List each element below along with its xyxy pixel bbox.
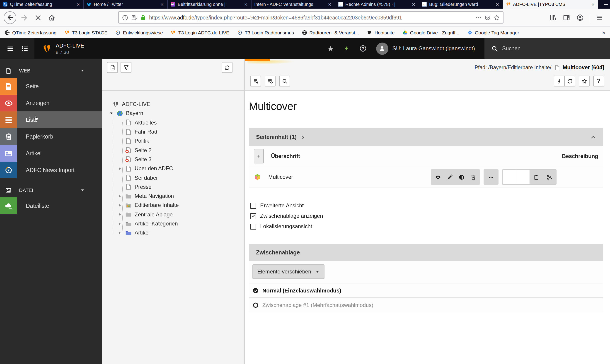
tree-node-bayern[interactable]: Bayern [102,109,244,118]
tree-caret[interactable] [117,230,123,236]
sidebar-item-adfc-news-import[interactable]: ADFC News Import [0,162,102,178]
tree-node-seite-3[interactable]: Seite 3 [102,155,244,164]
tree-caret[interactable] [117,211,123,217]
tree-node-label[interactable]: Seite 3 [135,156,152,163]
tree-caret[interactable] [117,221,123,227]
lock-icon[interactable] [140,14,146,21]
module-group-header-datei[interactable]: DATEI [0,185,102,195]
hide-toggle-button[interactable] [455,169,467,185]
tree-node-politik[interactable]: Politik [102,136,244,145]
cache-button[interactable] [554,76,565,87]
bookmark-item[interactable]: QTime Zeiterfassung [4,30,56,35]
sidebars-icon[interactable] [563,14,570,21]
browser-tab[interactable]: ADFC-LIVE [TYPO3 CMS× [503,0,598,9]
tree-node-artikel-kategorien[interactable]: Artikel-Kategorien [102,219,244,228]
record-label[interactable]: Multicover [268,174,293,180]
sidebar-item-artikel[interactable]: Artikel [0,145,102,162]
move-elements-dropdown[interactable]: Elemente verschieben [252,264,324,279]
browser-tab[interactable]: QTime Zeiterfassung× [0,0,84,9]
checkbox-lokalisierungsansicht[interactable]: Lokalisierungsansicht [250,223,603,230]
tree-node-label[interactable]: Presse [135,184,152,190]
back-button[interactable] [4,11,16,24]
add-record-button[interactable] [254,149,264,163]
copy-button[interactable] [530,170,543,184]
shortcut-button[interactable] [579,76,590,87]
tree-caret[interactable] [117,202,123,208]
tree-node-label[interactable]: Bayern [126,110,143,117]
checkbox-erweiterte-ansicht[interactable]: Erweiterte Ansicht [250,202,603,209]
csh-help-button[interactable]: ? [593,76,604,87]
tab-close-icon[interactable]: × [495,1,500,7]
site-info-icon[interactable] [122,14,128,21]
collapse-chevron-icon[interactable] [591,134,596,140]
account-icon[interactable] [576,14,584,21]
tree-caret[interactable] [117,166,123,171]
tree-node-label[interactable]: Sei dabei [135,175,157,181]
filter-button[interactable] [121,62,131,73]
tree-node-presse[interactable]: Presse [102,182,244,192]
tab-close-icon[interactable]: × [411,1,416,7]
bookmark-item[interactable]: Hootsuite [367,30,395,35]
tab-close-icon[interactable]: × [591,1,596,7]
typo3-logo-block[interactable]: ADFC-LIVE 8.7.30 [42,42,84,54]
refresh-tree-button[interactable] [222,62,232,73]
tree-node-meta-navigation[interactable]: Meta Navigation [102,192,244,201]
stop-button[interactable] [34,14,42,21]
url-text[interactable]: https://www.adfc.de/typo3/index.php?rout… [149,15,473,20]
tree-node-zentrale-ablage[interactable]: Zentrale Ablage [102,210,244,219]
menu-icon[interactable] [596,14,603,21]
bookmarks-overflow-chevron[interactable]: » [602,29,606,36]
tree-node-label[interactable]: Fahr Rad [135,129,157,135]
checkbox-zwischenablage-anzeigen[interactable]: Zwischenablage anzeigen [250,213,603,219]
more-options-button[interactable] [484,169,499,185]
checkbox-box[interactable] [250,223,256,229]
record-row[interactable]: Multicover [249,167,603,187]
pocket-icon[interactable] [485,14,491,21]
browser-tab[interactable]: YTBeitrittserklärung ohne |× [168,0,252,9]
bookmark-item[interactable]: Google Tag Manager [467,30,519,35]
tree-node-label[interactable]: Artikel-Kategorien [135,221,178,227]
tree-node-sei-dabei[interactable]: Sei dabei [102,173,244,182]
reload-button[interactable] [564,76,575,87]
tree-node-fahr-rad[interactable]: Fahr Rad [102,127,244,136]
sidebar-item-dateiliste[interactable]: Dateiliste [0,197,102,214]
browser-tab[interactable]: Intern - ADFC Veranstaltungs× [252,0,335,9]
clear-cache-bolt-icon[interactable] [343,45,350,52]
browser-tab[interactable]: αBug: Gliederungen werd× [419,0,503,9]
browser-tab[interactable]: αRechte Admins (#578) · |× [335,0,419,9]
show-records-button[interactable] [265,76,275,87]
bookmark-item[interactable]: T3 Login STAGE [64,30,108,35]
forward-button[interactable] [21,14,28,21]
home-button[interactable] [48,14,55,21]
url-bar[interactable]: https://www.adfc.de/typo3/index.php?rout… [118,11,503,24]
clipboard-mode-option[interactable]: Zwischenablage #1 (Mehrfachauswahlmodus) [249,298,603,312]
browser-tab[interactable]: Home / Twitter× [84,0,168,9]
checkbox-box[interactable] [250,203,256,208]
view-button[interactable] [432,169,444,185]
bookmark-item[interactable]: T3 Login ADFC.de-LIVE [171,30,229,35]
tree-node-label[interactable]: ADFC-LIVE [122,101,150,107]
navigation-toggle-icon[interactable] [21,45,28,52]
checkbox-box[interactable] [250,213,256,219]
edit-button[interactable] [444,169,455,185]
bookmark-item[interactable]: Entwicklungswiese [115,30,163,35]
page-actions-icon[interactable] [475,14,482,21]
new-record-button[interactable] [250,76,261,87]
permissions-icon[interactable] [131,14,137,21]
tree-node-seite-2[interactable]: Seite 2 [102,145,244,155]
tab-close-icon[interactable]: × [327,1,332,7]
delete-button[interactable] [467,169,479,185]
tree-node-label[interactable]: Aktuelles [135,119,157,126]
search-records-button[interactable] [279,76,290,87]
tree-node-label[interactable]: Über den ADFC [135,165,173,172]
tab-close-icon[interactable]: × [76,1,81,7]
tree-node-label[interactable]: Meta Navigation [135,193,174,199]
tree-node-aktuelles[interactable]: Aktuelles [102,118,244,127]
tab-close-icon[interactable]: × [243,1,248,7]
bookmarks-star-icon[interactable] [327,45,334,52]
bookmark-item[interactable]: Google Drive - Zugriff... [402,30,459,35]
tree-node--ber-den-adfc[interactable]: Über den ADFC [102,164,244,173]
topbar-search[interactable]: Suchen [485,38,610,59]
tree-node-label[interactable]: Zentrale Ablage [135,211,173,218]
sidebar-item-liste[interactable]: Liste [0,111,102,128]
